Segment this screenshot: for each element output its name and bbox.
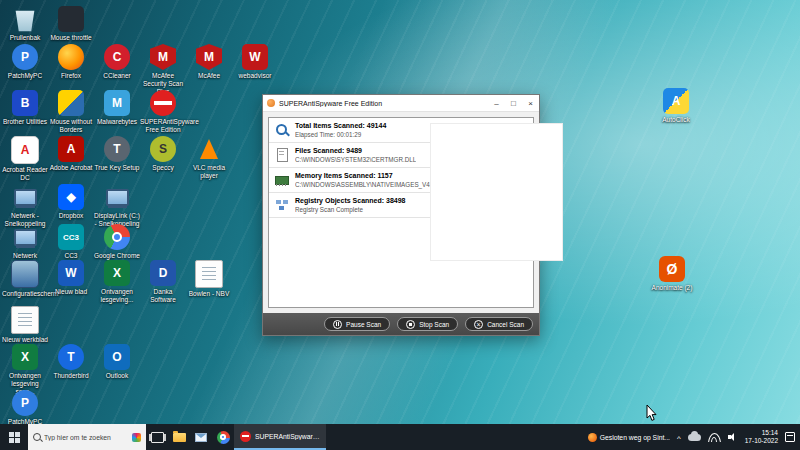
desktop-icon[interactable]: S Speccy xyxy=(140,136,186,172)
desktop-icon[interactable]: X Ontvangen lesgeving... xyxy=(94,260,140,304)
desktop-icon-label: AutoClick xyxy=(653,116,699,124)
desktop-icon[interactable]: Bowlen - NBV xyxy=(186,260,232,298)
desktop-icon[interactable]: Mouse throttle xyxy=(48,6,94,42)
desktop-icon[interactable]: X Ontvangen lesgeving sezo... xyxy=(2,344,48,395)
desktop-icon-glyph: S xyxy=(159,142,167,156)
desktop-icon-glyph: Ø xyxy=(667,261,678,277)
desktop-icon[interactable]: SUPERAntiSpyware Free Edition xyxy=(140,90,186,134)
taskbar-chrome-button[interactable] xyxy=(212,424,234,450)
desktop-icon[interactable]: M McAfee xyxy=(186,44,232,80)
desktop-icon-glyph: A xyxy=(21,143,30,157)
desktop-icon-label: VLC media player xyxy=(186,164,232,180)
search-icon xyxy=(33,433,41,441)
taskbar: Typ hier om te zoeken SUPERAntiSpyware F… xyxy=(0,424,800,450)
desktop-icon-label: Prullenbak xyxy=(2,34,48,42)
desktop-icon[interactable]: P PatchMyPC xyxy=(2,390,48,426)
desktop-icon[interactable]: Prullenbak xyxy=(2,6,48,42)
desktop-icon[interactable]: Configuratiescherm xyxy=(2,260,48,298)
desktop-icon-image xyxy=(104,184,130,210)
desktop-icon[interactable]: Ø Anonimate (2) xyxy=(649,256,695,292)
close-button[interactable]: × xyxy=(522,96,539,111)
desktop-icon-image: A xyxy=(58,136,84,162)
desktop-icon[interactable]: Mouse without Borders xyxy=(48,90,94,134)
mail-icon xyxy=(195,433,207,442)
desktop-icon[interactable]: ◆ Dropbox xyxy=(48,184,94,220)
blank-dialog xyxy=(430,123,563,261)
desktop-icon[interactable]: C CCleaner xyxy=(94,44,140,80)
search-placeholder: Typ hier om te zoeken xyxy=(44,434,111,441)
desktop-icon-image xyxy=(104,224,130,250)
desktop-icon[interactable]: O Outlook xyxy=(94,344,140,380)
desktop-icon-label: PatchMyPC xyxy=(2,72,48,80)
scan-stat-title: Files Scanned: 9489 xyxy=(295,147,416,156)
taskbar-superantispyware-button[interactable]: SUPERAntiSpyware Fre... xyxy=(234,424,326,450)
desktop-icon[interactable]: VLC media player xyxy=(186,136,232,180)
taskbar-clock[interactable]: 15:14 17-10-2022 xyxy=(745,429,778,446)
desktop-icon-glyph: M xyxy=(112,96,122,110)
stop-scan-button[interactable]: Stop Scan xyxy=(397,317,458,331)
desktop-icon[interactable]: A AutoClick xyxy=(653,88,699,124)
task-view-button[interactable] xyxy=(146,424,168,450)
desktop-icon[interactable]: B Brother Utilities xyxy=(2,90,48,126)
desktop-icon[interactable]: Firefox xyxy=(48,44,94,80)
desktop-icon-image: ◆ xyxy=(58,184,84,210)
desktop-icon-label: McAfee xyxy=(186,72,232,80)
desktop-icon[interactable]: T True Key Setup xyxy=(94,136,140,172)
desktop-icon-image xyxy=(11,306,39,334)
start-button[interactable] xyxy=(0,424,28,450)
desktop-icon[interactable]: M Malwarebytes xyxy=(94,90,140,126)
desktop-icon-label: Bowlen - NBV xyxy=(186,290,232,298)
desktop-icon[interactable]: A Acrobat Reader DC xyxy=(2,136,48,182)
desktop-icon[interactable]: D Danka Software xyxy=(140,260,186,304)
cancel-scan-button[interactable]: Cancel Scan xyxy=(465,317,533,331)
desktop-icon-image xyxy=(11,260,39,288)
maximize-button[interactable]: □ xyxy=(505,96,522,111)
desktop-icon-image: W xyxy=(242,44,268,70)
windows-logo-icon xyxy=(9,432,20,443)
desktop-icon[interactable]: T Thunderbird xyxy=(48,344,94,380)
desktop-icon-label: Malwarebytes xyxy=(94,118,140,126)
hidden-icons-chevron[interactable]: ^ xyxy=(677,434,681,443)
desktop-icon[interactable]: W webadvisor xyxy=(232,44,278,80)
stop-scan-label: Stop Scan xyxy=(419,321,449,328)
network-icon[interactable] xyxy=(708,433,721,442)
desktop-icon[interactable]: P PatchMyPC xyxy=(2,44,48,80)
desktop-icon-label: Nieuw werkblad xyxy=(2,336,48,344)
pause-scan-button[interactable]: Pause Scan xyxy=(324,317,390,331)
minimize-button[interactable]: – xyxy=(488,96,505,111)
taskbar-search[interactable]: Typ hier om te zoeken xyxy=(28,424,146,450)
search-highlight-icon[interactable] xyxy=(132,433,141,442)
desktop-icon[interactable]: Google Chrome xyxy=(94,224,140,260)
desktop-icon-image: Ø xyxy=(659,256,685,282)
scan-controls-bar: Pause Scan Stop Scan Cancel Scan xyxy=(263,313,539,335)
desktop-icon[interactable]: Netwerk xyxy=(2,224,48,260)
desktop-icon[interactable]: CC3 CC3 xyxy=(48,224,94,260)
desktop-icon-image xyxy=(195,260,223,288)
action-center-icon[interactable] xyxy=(785,432,795,442)
desktop-icon-label: Danka Software xyxy=(140,288,186,304)
window-titlebar[interactable]: SUPERAntiSpyware Free Edition – □ × xyxy=(263,95,539,112)
taskbar-explorer-button[interactable] xyxy=(168,424,190,450)
desktop-icon-glyph: W xyxy=(65,266,76,280)
desktop-icon[interactable]: Nieuw werkblad xyxy=(2,306,48,344)
memory-chip-icon xyxy=(275,173,289,187)
taskbar-mail-button[interactable] xyxy=(190,424,212,450)
news-widget[interactable]: Gesloten weg op Sint... xyxy=(588,433,670,442)
desktop-icon[interactable]: DisplayLink (C:) - Snelkoppeling xyxy=(94,184,140,228)
registry-icon xyxy=(275,198,289,212)
desktop-icon-glyph: B xyxy=(21,96,30,110)
desktop-icon-label: Outlook xyxy=(94,372,140,380)
desktop-icon-label: Nieuw blad xyxy=(48,288,94,296)
desktop-icon[interactable]: A Adobe Acrobat xyxy=(48,136,94,172)
desktop-icon[interactable]: M McAfee Security Scan Plus xyxy=(140,44,186,95)
pause-icon xyxy=(333,320,342,329)
desktop-icon-image: P xyxy=(12,390,38,416)
onedrive-icon[interactable] xyxy=(688,434,701,441)
desktop-icon-glyph: W xyxy=(249,50,260,64)
desktop-icon-image xyxy=(58,6,84,32)
desktop-icon[interactable]: Netwerk - Snelkoppeling xyxy=(2,184,48,228)
desktop-icon-image: M xyxy=(150,44,176,70)
volume-icon[interactable] xyxy=(728,432,738,442)
desktop-icon[interactable]: W Nieuw blad xyxy=(48,260,94,296)
desktop-icon-image: CC3 xyxy=(58,224,84,250)
